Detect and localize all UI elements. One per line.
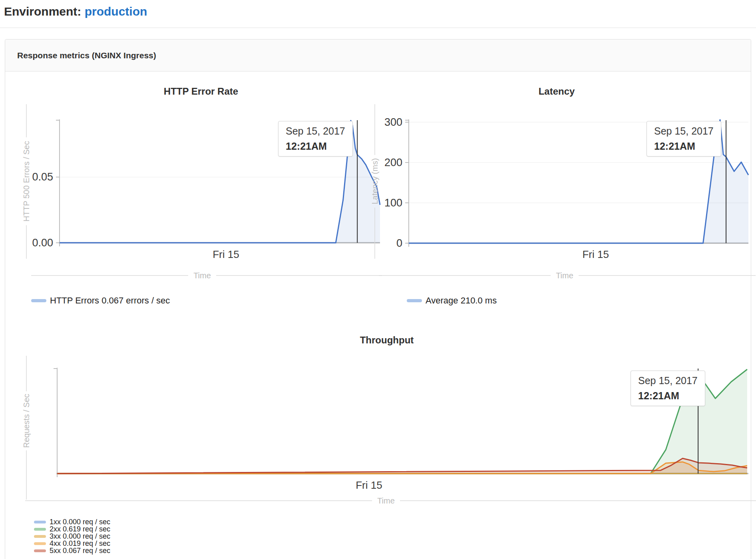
legend-label: 4xx 0.019 req / sec bbox=[50, 540, 110, 547]
throughput-chart: Throughput Requests / Sec Fri 15 Time Se… bbox=[17, 335, 756, 554]
x-axis-label: Time bbox=[556, 271, 573, 280]
y-tick-label: 300 bbox=[384, 116, 402, 128]
tooltip-latency: Sep 15, 2017 12:21AM bbox=[647, 121, 721, 157]
tooltip-date: Sep 15, 2017 bbox=[654, 125, 714, 137]
tooltip-throughput: Sep 15, 2017 12:21AM bbox=[631, 371, 705, 406]
tooltip-time: 12:21AM bbox=[286, 141, 345, 152]
legend-latency: Average 210.0 ms bbox=[407, 295, 497, 306]
chart-title-throughput: Throughput bbox=[17, 335, 756, 345]
chart-title-latency: Latency bbox=[357, 86, 756, 97]
legend-item: Average 210.0 ms bbox=[407, 295, 497, 306]
response-metrics-panel: Response metrics (NGINX Ingress) HTTP Er… bbox=[5, 39, 751, 559]
page-header: Environment: production bbox=[0, 0, 756, 28]
legend-label: 5xx 0.067 req / sec bbox=[50, 547, 110, 554]
environment-label: Environment: bbox=[4, 5, 81, 18]
tooltip-time: 12:21AM bbox=[638, 390, 698, 402]
page-title: Environment: production bbox=[4, 5, 752, 18]
tooltip-date: Sep 15, 2017 bbox=[638, 375, 698, 387]
x-axis-label: Time bbox=[377, 496, 395, 505]
y-axis-label: Latency (ms) bbox=[370, 158, 379, 204]
environment-link[interactable]: production bbox=[85, 5, 147, 18]
tooltip-date: Sep 15, 2017 bbox=[286, 125, 345, 137]
chart-title-error-rate: HTTP Error Rate bbox=[17, 86, 385, 97]
x-tick-label: Fri 15 bbox=[213, 248, 239, 260]
legend-label: 1xx 0.000 req / sec bbox=[50, 518, 110, 525]
legend-throughput: 1xx 0.000 req / sec2xx 0.619 req / sec3x… bbox=[34, 518, 756, 554]
y-tick-label: 100 bbox=[384, 197, 402, 209]
tooltip-error-rate: Sep 15, 2017 12:21AM bbox=[278, 121, 353, 157]
legend-swatch bbox=[34, 528, 46, 531]
legend-error-rate: HTTP Errors 0.067 errors / sec bbox=[31, 295, 170, 306]
legend-swatch bbox=[34, 521, 46, 523]
legend-swatch bbox=[34, 542, 46, 545]
legend-swatch bbox=[407, 299, 422, 302]
x-tick-label: Fri 15 bbox=[356, 479, 382, 491]
legend-label: Average 210.0 ms bbox=[426, 295, 497, 306]
y-tick-label: 0 bbox=[396, 237, 402, 249]
tooltip-time: 12:21AM bbox=[654, 141, 714, 152]
panel-body: HTTP Error Rate HTTP 500 Errors / Sec 0.… bbox=[5, 71, 751, 559]
legend-label: 3xx 0.000 req / sec bbox=[50, 533, 110, 540]
legend-item: 4xx 0.019 req / sec bbox=[34, 540, 756, 547]
legend-item: 5xx 0.067 req / sec bbox=[34, 547, 756, 554]
legend-swatch bbox=[31, 299, 46, 302]
x-axis-label: Time bbox=[193, 271, 211, 280]
x-tick-label: Fri 15 bbox=[582, 248, 609, 260]
legend-label: HTTP Errors 0.067 errors / sec bbox=[50, 295, 170, 306]
legend-item: HTTP Errors 0.067 errors / sec bbox=[31, 295, 170, 306]
latency-chart: Latency Latency (ms) 0100200300Fri 15 Ti… bbox=[357, 86, 756, 280]
legend-swatch bbox=[34, 549, 46, 552]
legend-swatch bbox=[34, 535, 46, 538]
legend-item: 3xx 0.000 req / sec bbox=[34, 533, 756, 540]
legend-item: 1xx 0.000 req / sec bbox=[34, 518, 756, 525]
legend-label: 2xx 0.619 req / sec bbox=[50, 525, 110, 533]
y-axis-label: HTTP 500 Errors / Sec bbox=[22, 141, 31, 222]
http-error-rate-chart: HTTP Error Rate HTTP 500 Errors / Sec 0.… bbox=[17, 86, 385, 280]
legend-item: 2xx 0.619 req / sec bbox=[34, 525, 756, 533]
y-tick-label: 0.00 bbox=[32, 237, 53, 249]
y-tick-label: 200 bbox=[384, 157, 402, 168]
panel-heading: Response metrics (NGINX Ingress) bbox=[5, 40, 751, 71]
y-axis-label: Requests / Sec bbox=[22, 394, 31, 448]
y-tick-label: 0.05 bbox=[32, 171, 53, 183]
